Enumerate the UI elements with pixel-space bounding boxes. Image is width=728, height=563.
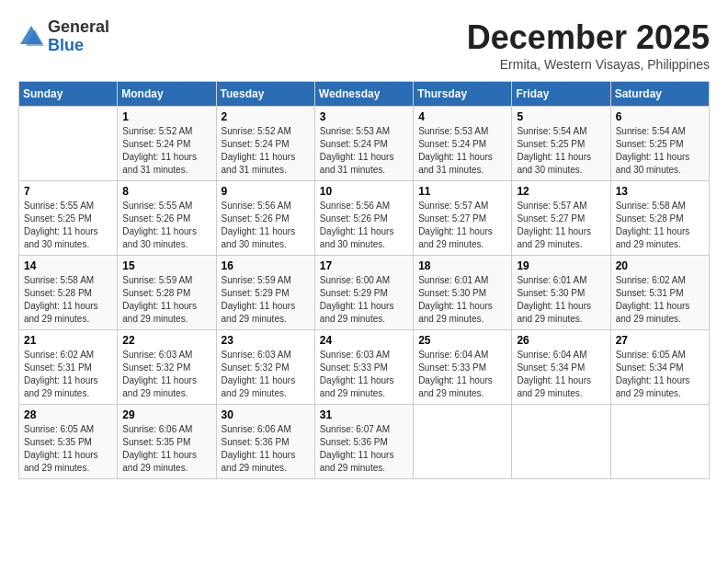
calendar-cell: 29Sunrise: 6:06 AMSunset: 5:35 PMDayligh…: [118, 405, 216, 479]
weekday-header: Thursday: [414, 82, 512, 107]
day-number: 26: [517, 334, 605, 347]
day-info: Sunrise: 5:52 AMSunset: 5:24 PMDaylight:…: [122, 125, 210, 177]
calendar-cell: 22Sunrise: 6:03 AMSunset: 5:32 PMDayligh…: [118, 330, 216, 405]
calendar-cell: [414, 405, 512, 479]
calendar-week-row: 28Sunrise: 6:05 AMSunset: 5:35 PMDayligh…: [19, 405, 710, 479]
day-number: 21: [24, 334, 112, 347]
day-info: Sunrise: 6:03 AMSunset: 5:32 PMDaylight:…: [222, 349, 310, 400]
day-number: 27: [616, 334, 704, 347]
calendar-cell: 8Sunrise: 5:55 AMSunset: 5:26 PMDaylight…: [118, 181, 216, 256]
day-number: 16: [222, 259, 310, 272]
calendar-cell: 6Sunrise: 5:54 AMSunset: 5:25 PMDaylight…: [610, 107, 709, 181]
day-number: 23: [222, 334, 310, 347]
day-number: 31: [320, 408, 408, 421]
calendar-cell: 5Sunrise: 5:54 AMSunset: 5:25 PMDaylight…: [512, 107, 610, 181]
day-info: Sunrise: 6:03 AMSunset: 5:32 PMDaylight:…: [122, 349, 210, 400]
day-number: 2: [222, 110, 310, 123]
day-number: 28: [24, 408, 112, 421]
weekday-header: Tuesday: [216, 82, 314, 107]
day-number: 4: [418, 110, 506, 123]
day-number: 22: [122, 334, 210, 347]
calendar-week-row: 21Sunrise: 6:02 AMSunset: 5:31 PMDayligh…: [19, 330, 710, 405]
calendar-cell: 3Sunrise: 5:53 AMSunset: 5:24 PMDaylight…: [314, 107, 413, 181]
calendar-cell: [610, 405, 709, 479]
day-number: 14: [24, 259, 112, 272]
weekday-header: Wednesday: [314, 82, 413, 107]
calendar-table: SundayMondayTuesdayWednesdayThursdayFrid…: [18, 81, 710, 479]
day-number: 17: [320, 259, 408, 272]
calendar-cell: 30Sunrise: 6:06 AMSunset: 5:36 PMDayligh…: [216, 405, 314, 479]
day-info: Sunrise: 5:54 AMSunset: 5:25 PMDaylight:…: [517, 125, 605, 177]
day-number: 29: [122, 408, 210, 421]
logo: General Blue: [18, 18, 109, 55]
day-info: Sunrise: 5:56 AMSunset: 5:26 PMDaylight:…: [222, 200, 310, 251]
calendar-cell: 19Sunrise: 6:01 AMSunset: 5:30 PMDayligh…: [512, 256, 610, 330]
day-info: Sunrise: 5:55 AMSunset: 5:25 PMDaylight:…: [24, 200, 112, 251]
day-number: 12: [517, 185, 605, 198]
calendar-week-row: 7Sunrise: 5:55 AMSunset: 5:25 PMDaylight…: [19, 181, 710, 256]
calendar-cell: 21Sunrise: 6:02 AMSunset: 5:31 PMDayligh…: [19, 330, 118, 405]
day-info: Sunrise: 5:57 AMSunset: 5:27 PMDaylight:…: [517, 200, 605, 251]
day-info: Sunrise: 6:02 AMSunset: 5:31 PMDaylight:…: [24, 349, 112, 400]
day-number: 24: [320, 334, 408, 347]
calendar-week-row: 1Sunrise: 5:52 AMSunset: 5:24 PMDaylight…: [19, 107, 710, 181]
day-info: Sunrise: 6:05 AMSunset: 5:34 PMDaylight:…: [616, 349, 704, 400]
weekday-header: Saturday: [610, 82, 709, 107]
calendar-cell: 12Sunrise: 5:57 AMSunset: 5:27 PMDayligh…: [512, 181, 610, 256]
day-info: Sunrise: 5:59 AMSunset: 5:29 PMDaylight:…: [222, 274, 310, 326]
calendar-cell: 28Sunrise: 6:05 AMSunset: 5:35 PMDayligh…: [19, 405, 118, 479]
day-number: 3: [320, 110, 408, 123]
calendar-cell: 15Sunrise: 5:59 AMSunset: 5:28 PMDayligh…: [118, 256, 216, 330]
day-number: 20: [616, 259, 704, 272]
day-number: 7: [24, 185, 112, 198]
logo-text: General Blue: [48, 18, 109, 55]
title-block: December 2025 Ermita, Western Visayas, P…: [467, 18, 710, 72]
day-number: 9: [222, 185, 310, 198]
day-info: Sunrise: 6:05 AMSunset: 5:35 PMDaylight:…: [24, 423, 112, 475]
logo-blue: Blue: [48, 37, 109, 55]
day-number: 19: [517, 259, 605, 272]
calendar-cell: 24Sunrise: 6:03 AMSunset: 5:33 PMDayligh…: [314, 330, 413, 405]
calendar-cell: 31Sunrise: 6:07 AMSunset: 5:36 PMDayligh…: [314, 405, 413, 479]
day-info: Sunrise: 6:01 AMSunset: 5:30 PMDaylight:…: [418, 274, 506, 326]
day-number: 11: [418, 185, 506, 198]
day-info: Sunrise: 5:58 AMSunset: 5:28 PMDaylight:…: [24, 274, 112, 326]
logo-general: General: [48, 18, 109, 37]
day-info: Sunrise: 5:58 AMSunset: 5:28 PMDaylight:…: [616, 200, 704, 251]
calendar-cell: 10Sunrise: 5:56 AMSunset: 5:26 PMDayligh…: [314, 181, 413, 256]
day-info: Sunrise: 6:07 AMSunset: 5:36 PMDaylight:…: [320, 423, 408, 475]
calendar-cell: 11Sunrise: 5:57 AMSunset: 5:27 PMDayligh…: [414, 181, 512, 256]
day-number: 30: [222, 408, 310, 421]
day-number: 6: [616, 110, 704, 123]
day-info: Sunrise: 5:57 AMSunset: 5:27 PMDaylight:…: [418, 200, 506, 251]
calendar-cell: 14Sunrise: 5:58 AMSunset: 5:28 PMDayligh…: [19, 256, 118, 330]
calendar-cell: 20Sunrise: 6:02 AMSunset: 5:31 PMDayligh…: [610, 256, 709, 330]
calendar-cell: 26Sunrise: 6:04 AMSunset: 5:34 PMDayligh…: [512, 330, 610, 405]
day-info: Sunrise: 6:04 AMSunset: 5:33 PMDaylight:…: [418, 349, 506, 400]
day-info: Sunrise: 6:02 AMSunset: 5:31 PMDaylight:…: [616, 274, 704, 326]
calendar-cell: 2Sunrise: 5:52 AMSunset: 5:24 PMDaylight…: [216, 107, 314, 181]
day-info: Sunrise: 5:59 AMSunset: 5:28 PMDaylight:…: [122, 274, 210, 326]
day-info: Sunrise: 6:06 AMSunset: 5:36 PMDaylight:…: [222, 423, 310, 475]
calendar-cell: 25Sunrise: 6:04 AMSunset: 5:33 PMDayligh…: [414, 330, 512, 405]
calendar-cell: 9Sunrise: 5:56 AMSunset: 5:26 PMDaylight…: [216, 181, 314, 256]
calendar-cell: 27Sunrise: 6:05 AMSunset: 5:34 PMDayligh…: [610, 330, 709, 405]
day-number: 15: [122, 259, 210, 272]
day-number: 8: [122, 185, 210, 198]
calendar-cell: 16Sunrise: 5:59 AMSunset: 5:29 PMDayligh…: [216, 256, 314, 330]
day-number: 18: [418, 259, 506, 272]
day-info: Sunrise: 5:53 AMSunset: 5:24 PMDaylight:…: [418, 125, 506, 177]
day-number: 1: [122, 110, 210, 123]
location-title: Ermita, Western Visayas, Philippines: [467, 57, 710, 72]
month-title: December 2025: [467, 18, 710, 57]
calendar-header-row: SundayMondayTuesdayWednesdayThursdayFrid…: [19, 82, 710, 107]
calendar-cell: 1Sunrise: 5:52 AMSunset: 5:24 PMDaylight…: [118, 107, 216, 181]
page-header: General Blue December 2025 Ermita, Weste…: [18, 18, 710, 72]
logo-icon: [18, 24, 44, 50]
calendar-week-row: 14Sunrise: 5:58 AMSunset: 5:28 PMDayligh…: [19, 256, 710, 330]
day-info: Sunrise: 6:00 AMSunset: 5:29 PMDaylight:…: [320, 274, 408, 326]
day-info: Sunrise: 5:54 AMSunset: 5:25 PMDaylight:…: [616, 125, 704, 177]
weekday-header: Monday: [118, 82, 216, 107]
day-number: 10: [320, 185, 408, 198]
day-info: Sunrise: 6:01 AMSunset: 5:30 PMDaylight:…: [517, 274, 605, 326]
